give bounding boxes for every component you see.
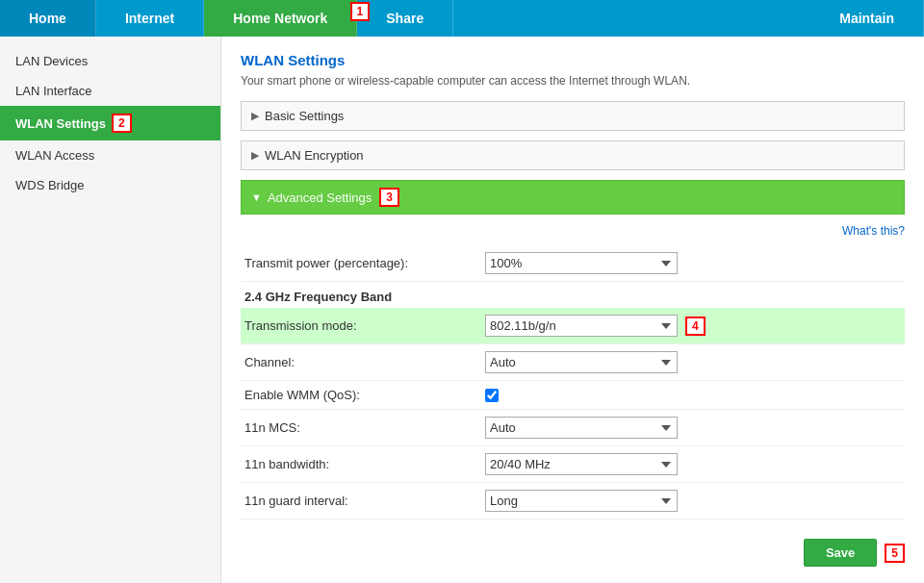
wmm-label: Enable WMM (QoS): [244, 388, 485, 402]
nav-spacer [453, 0, 810, 37]
tab-home-network-label: Home Network [233, 11, 327, 26]
tab-home-network-badge: 1 [350, 2, 371, 21]
guard-interval-row: 11n guard interval: Long Short Auto [241, 483, 905, 520]
bandwidth-row: 11n bandwidth: 20/40 MHz 20 MHz 40 MHz [241, 446, 905, 483]
bandwidth-label: 11n bandwidth: [244, 457, 485, 471]
channel-control: Auto 123 456 789 1011 [485, 351, 901, 373]
basic-settings-section[interactable]: ▶ Basic Settings [241, 101, 905, 131]
guard-interval-select[interactable]: Long Short Auto [485, 490, 678, 512]
sidebar-item-wds-bridge[interactable]: WDS Bridge [0, 170, 220, 200]
advanced-settings-badge: 3 [379, 188, 399, 207]
tab-home[interactable]: Home [0, 0, 96, 37]
channel-label: Channel: [244, 355, 485, 369]
save-button[interactable]: Save [804, 539, 877, 567]
main-layout: LAN Devices LAN Interface WLAN Settings … [0, 37, 924, 583]
freq-band-label: 2.4 GHz Frequency Band [241, 282, 905, 308]
transmit-power-label: Transmit power (percentage): [244, 256, 485, 270]
wlan-encryption-section[interactable]: ▶ WLAN Encryption [241, 140, 905, 170]
guard-interval-label: 11n guard interval: [244, 494, 485, 508]
mcs-label: 11n MCS: [244, 420, 485, 435]
transmission-mode-control: 802.11b/g/n 802.11b 802.11g 802.11n 4 [485, 315, 901, 337]
sidebar-item-lan-devices[interactable]: LAN Devices [0, 46, 220, 76]
mcs-control: Auto 012 345 67 [485, 417, 901, 439]
save-badge: 5 [885, 544, 905, 563]
mcs-row: 11n MCS: Auto 012 345 67 [241, 410, 905, 446]
channel-select[interactable]: Auto 123 456 789 1011 [485, 351, 678, 373]
tab-home-network[interactable]: Home Network 1 [204, 0, 357, 37]
top-nav: Home Internet Home Network 1 Share Maint… [0, 0, 924, 37]
transmission-mode-row: Transmission mode: 802.11b/g/n 802.11b 8… [241, 308, 905, 344]
transmit-power-select[interactable]: 100% 75% 50% 25% [485, 252, 678, 274]
sidebar-item-wlan-access[interactable]: WLAN Access [0, 140, 220, 170]
mcs-select[interactable]: Auto 012 345 67 [485, 417, 678, 439]
basic-settings-arrow: ▶ [251, 110, 259, 122]
sidebar: LAN Devices LAN Interface WLAN Settings … [0, 37, 221, 583]
transmission-mode-label: Transmission mode: [244, 318, 485, 333]
transmit-power-control: 100% 75% 50% 25% [485, 252, 901, 274]
tab-maintain[interactable]: Maintain [810, 0, 924, 37]
wlan-encryption-label: WLAN Encryption [265, 148, 364, 163]
wmm-checkbox[interactable] [485, 389, 499, 402]
sidebar-item-wlan-settings[interactable]: WLAN Settings 2 [0, 106, 220, 140]
transmit-power-row: Transmit power (percentage): 100% 75% 50… [241, 245, 905, 282]
bandwidth-select[interactable]: 20/40 MHz 20 MHz 40 MHz [485, 453, 678, 475]
transmission-mode-badge: 4 [685, 317, 706, 336]
transmission-mode-select[interactable]: 802.11b/g/n 802.11b 802.11g 802.11n [485, 315, 678, 337]
bandwidth-control: 20/40 MHz 20 MHz 40 MHz [485, 453, 901, 475]
sidebar-item-lan-interface[interactable]: LAN Interface [0, 76, 220, 106]
basic-settings-label: Basic Settings [265, 109, 344, 123]
whats-this-link[interactable]: What's this? [241, 224, 905, 238]
advanced-settings-arrow: ▼ [251, 191, 262, 203]
page-description: Your smart phone or wireless-capable com… [241, 74, 905, 88]
advanced-settings-section[interactable]: ▼ Advanced Settings 3 [241, 180, 905, 215]
channel-row: Channel: Auto 123 456 789 1011 [241, 344, 905, 381]
whats-this-anchor[interactable]: What's this? [842, 224, 905, 238]
page-title: WLAN Settings [241, 52, 905, 68]
tab-internet[interactable]: Internet [96, 0, 204, 37]
content-area: WLAN Settings Your smart phone or wirele… [221, 37, 924, 583]
guard-interval-control: Long Short Auto [485, 490, 901, 512]
sidebar-wlan-badge: 2 [112, 114, 132, 133]
wmm-control [485, 389, 901, 402]
save-row: Save 5 [241, 533, 905, 567]
sidebar-wlan-label: WLAN Settings [15, 116, 106, 131]
wmm-row: Enable WMM (QoS): [241, 381, 905, 410]
tab-share[interactable]: Share [357, 0, 453, 37]
wlan-encryption-arrow: ▶ [251, 149, 259, 162]
advanced-settings-label: Advanced Settings [268, 190, 372, 205]
